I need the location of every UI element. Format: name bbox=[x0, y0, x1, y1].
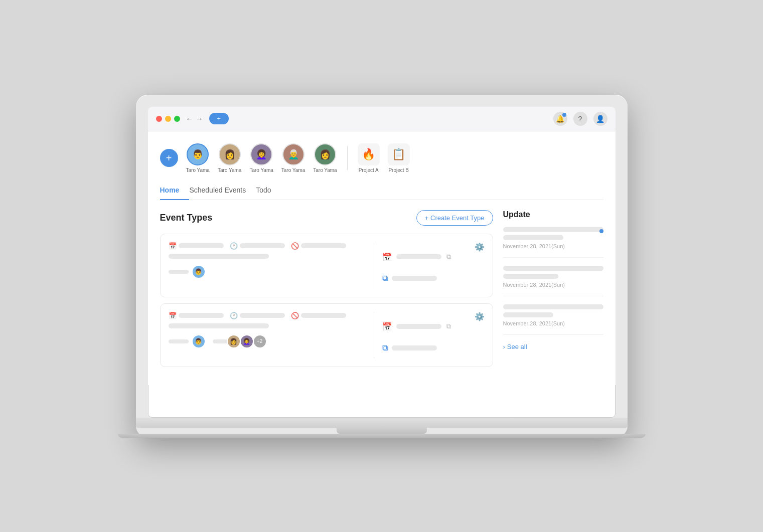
skeleton-desc-1a bbox=[169, 254, 269, 259]
event-types-title: Event Types bbox=[160, 213, 213, 223]
laptop-foot bbox=[118, 434, 646, 438]
skeleton-desc-2a bbox=[169, 323, 269, 328]
tab-todo[interactable]: Todo bbox=[256, 181, 281, 200]
help-button[interactable]: ? bbox=[573, 112, 587, 126]
card-links-1: 📅 ⧉ ⧉ bbox=[382, 252, 485, 283]
avatars-row: + 👨 Taro Yama 👩 Taro Yama 👩‍🦱 Taro Yama … bbox=[160, 139, 603, 181]
maximize-button[interactable] bbox=[174, 116, 180, 122]
project-item-b[interactable]: 📋 Project B bbox=[388, 143, 410, 173]
settings-icon-1[interactable]: ⚙️ bbox=[475, 242, 485, 252]
avatar-item-1[interactable]: 👨 Taro Yama bbox=[186, 143, 210, 173]
close-button[interactable] bbox=[156, 116, 162, 122]
update-date-2: November 28, 2021(Sun) bbox=[503, 282, 603, 288]
skeleton-update-2b bbox=[503, 274, 558, 279]
skeleton-av-label-2 bbox=[169, 339, 189, 343]
card-avatars-1: 👨 bbox=[169, 265, 366, 279]
avatar-item-3[interactable]: 👩‍🦱 Taro Yama bbox=[249, 143, 273, 173]
traffic-lights bbox=[156, 116, 180, 122]
card-avatar-2b: 👩 bbox=[227, 334, 241, 348]
calendar-icon-2: 📅 bbox=[169, 312, 177, 319]
calendar-meta-2: 📅 bbox=[169, 312, 224, 319]
skeleton-update-3b bbox=[503, 312, 553, 317]
section-header: Event Types + Create Event Type bbox=[160, 210, 493, 226]
address-bar[interactable]: + bbox=[209, 113, 229, 124]
avatar-item-5[interactable]: 👩 Taro Yama bbox=[313, 143, 337, 173]
browser-actions: 🔔 ? 👤 bbox=[553, 112, 607, 126]
forward-button[interactable]: → bbox=[196, 115, 203, 123]
avatar-5: 👩 bbox=[314, 143, 336, 165]
update-dot-1 bbox=[599, 229, 603, 233]
skeleton-av-label-2b bbox=[213, 339, 228, 343]
back-button[interactable]: ← bbox=[186, 115, 193, 123]
skeleton-loc-2 bbox=[301, 313, 346, 318]
location-meta: 🚫 bbox=[291, 242, 346, 250]
avatar-4: 👨‍🦳 bbox=[282, 143, 304, 165]
card-desc-2 bbox=[169, 323, 366, 328]
copy-icon-2a[interactable]: ⧉ bbox=[446, 322, 451, 330]
create-event-type-button[interactable]: + Create Event Type bbox=[416, 210, 493, 226]
calendar-icon: 📅 bbox=[169, 242, 177, 250]
notification-button[interactable]: 🔔 bbox=[553, 112, 567, 126]
card-links-2: 📅 ⧉ ⧉ bbox=[382, 322, 485, 352]
update-date-1: November 28, 2021(Sun) bbox=[503, 243, 603, 249]
event-card-2: 📅 🕐 🚫 bbox=[160, 303, 493, 367]
see-all-button[interactable]: › See all bbox=[503, 343, 603, 350]
avatar-label-4: Taro Yama bbox=[281, 167, 305, 173]
event-card-1: 📅 🕐 🚫 bbox=[160, 234, 493, 297]
card-link-2b: ⧉ bbox=[382, 343, 485, 352]
clock-meta-2: 🕐 bbox=[230, 312, 285, 319]
add-calendar-button[interactable]: + bbox=[160, 149, 178, 167]
copy-icon-1a[interactable]: ⧉ bbox=[446, 253, 451, 261]
location-icon: 🚫 bbox=[291, 242, 299, 250]
skeleton-time-1 bbox=[240, 243, 285, 248]
skeleton-link-2b bbox=[392, 345, 437, 350]
project-icon-a: 🔥 bbox=[358, 143, 380, 165]
separator bbox=[347, 146, 348, 170]
avatar-item-4[interactable]: 👨‍🦳 Taro Yama bbox=[281, 143, 305, 173]
update-item-2: November 28, 2021(Sun) bbox=[503, 266, 603, 296]
card-link-2a: 📅 ⧉ bbox=[382, 322, 485, 331]
tab-scheduled-events[interactable]: Scheduled Events bbox=[189, 181, 256, 200]
skeleton-update-2a bbox=[503, 266, 603, 271]
card-right-1: ⚙️ 📅 ⧉ ⧉ bbox=[374, 242, 485, 289]
skeleton-link-2a bbox=[396, 324, 441, 329]
settings-icon-2[interactable]: ⚙️ bbox=[475, 312, 485, 321]
laptop-stand bbox=[337, 428, 427, 434]
left-panel: Event Types + Create Event Type 📅 bbox=[160, 210, 493, 373]
clock-meta: 🕐 bbox=[230, 242, 285, 250]
notification-dot bbox=[562, 113, 566, 117]
skeleton-update-1b bbox=[503, 235, 563, 240]
minimize-button[interactable] bbox=[165, 116, 171, 122]
location-icon-2: 🚫 bbox=[291, 312, 299, 319]
copy-link-icon-1: ⧉ bbox=[382, 274, 388, 283]
skeleton-av-label bbox=[169, 270, 189, 274]
clock-icon-2: 🕐 bbox=[230, 312, 238, 319]
tab-home[interactable]: Home bbox=[160, 181, 190, 200]
avatar-item-2[interactable]: 👩 Taro Yama bbox=[218, 143, 241, 173]
nav-arrows: ← → bbox=[186, 115, 203, 123]
skeleton-loc-1 bbox=[301, 243, 346, 248]
card-avatar-1: 👨 bbox=[192, 265, 206, 279]
user-profile-button[interactable]: 👤 bbox=[593, 112, 607, 126]
avatar-label-2: Taro Yama bbox=[218, 167, 241, 173]
location-meta-2: 🚫 bbox=[291, 312, 346, 319]
update-item-1: November 28, 2021(Sun) bbox=[503, 227, 603, 258]
calendar-meta: 📅 bbox=[169, 242, 224, 250]
avatar-2: 👩 bbox=[219, 143, 241, 165]
calendar-link-icon-1: 📅 bbox=[382, 252, 392, 262]
see-all-label: See all bbox=[507, 343, 527, 350]
project-item-a[interactable]: 🔥 Project A bbox=[358, 143, 380, 173]
avatar-label-3: Taro Yama bbox=[249, 167, 273, 173]
card-avatar-2c: 👩‍🦱 bbox=[240, 334, 254, 348]
card-meta-1: 📅 🕐 🚫 bbox=[169, 242, 366, 250]
card-meta-2: 📅 🕐 🚫 bbox=[169, 312, 366, 319]
project-icon-b: 📋 bbox=[388, 143, 410, 165]
browser-bar: ← → + 🔔 ? 👤 bbox=[148, 107, 616, 131]
card-avatars-2: 👨 👩 👩‍🦱 +2 bbox=[169, 334, 366, 348]
skeleton-update-1a bbox=[503, 227, 603, 232]
card-right-2: ⚙️ 📅 ⧉ ⧉ bbox=[374, 312, 485, 359]
skeleton-update-3a bbox=[503, 304, 603, 309]
avatar-label-5: Taro Yama bbox=[313, 167, 337, 173]
card-left-2: 📅 🕐 🚫 bbox=[169, 312, 374, 359]
address-plus: + bbox=[217, 115, 221, 122]
